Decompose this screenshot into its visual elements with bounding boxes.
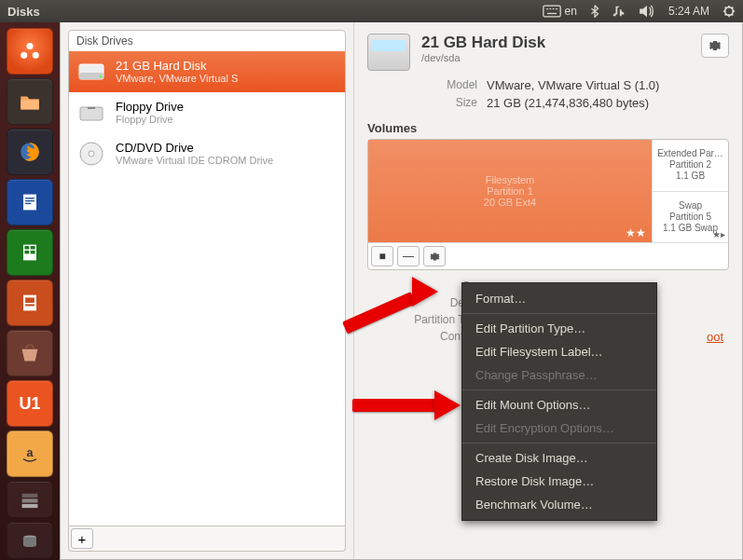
partition-map[interactable]: Filesystem Partition 1 20 GB Ext4 ★★ Ext…	[368, 140, 728, 242]
svg-rect-17	[24, 246, 29, 250]
menu-restore-disk-image[interactable]: Restore Disk Image…	[462, 470, 656, 493]
svg-rect-12	[23, 195, 36, 211]
svg-rect-18	[31, 246, 35, 250]
drives-list: Disk Drives 21 GB Hard Disk VMware, VMwa…	[68, 30, 346, 526]
size-value: 21 GB (21,474,836,480 bytes)	[487, 96, 729, 110]
model-label: Model	[421, 78, 477, 92]
svg-rect-27	[22, 504, 38, 508]
star-icon: ★★	[626, 226, 646, 239]
menu-separator	[462, 443, 656, 444]
top-menubar: Disks en 5:24 AM	[0, 0, 743, 22]
drives-header: Disk Drives	[69, 31, 345, 51]
disk-path: /dev/sda	[421, 52, 545, 63]
svg-rect-19	[24, 251, 29, 254]
unity-launcher: U1 a	[0, 22, 60, 560]
menu-change-passphrase: Change Passphrase…	[462, 363, 656, 387]
files-launcher[interactable]	[7, 78, 53, 125]
menu-benchmark[interactable]: Benchmark Volume…	[462, 493, 656, 516]
drive-title: Floppy Drive	[116, 100, 184, 115]
svg-rect-32	[80, 107, 103, 120]
clock-indicator[interactable]: 5:24 AM	[668, 5, 709, 18]
floppy-icon	[76, 98, 106, 128]
star-icon: ★▸	[712, 229, 725, 240]
svg-rect-0	[543, 6, 560, 17]
remove-button[interactable]: —	[397, 246, 420, 266]
network-indicator[interactable]	[612, 5, 626, 18]
amazon-launcher[interactable]: a	[7, 430, 53, 477]
drive-title: 21 GB Hard Disk	[116, 59, 238, 74]
svg-rect-22	[25, 297, 34, 303]
running-apps-stack[interactable]	[7, 481, 53, 518]
drive-title: CD/DVD Drive	[116, 141, 273, 156]
menu-edit-partition-type[interactable]: Edit Partition Type…	[462, 317, 656, 340]
indicator-tray: en 5:24 AM	[543, 5, 736, 18]
sound-indicator[interactable]	[639, 5, 655, 18]
drive-item-hdd[interactable]: 21 GB Hard Disk VMware, VMware Virtual S	[69, 51, 345, 92]
volume-context-menu: Format… Edit Partition Type… Edit Filesy…	[461, 282, 657, 521]
partition-main[interactable]: Filesystem Partition 1 20 GB Ext4 ★★	[368, 140, 652, 242]
trash-launcher[interactable]	[7, 522, 53, 559]
drive-settings-button[interactable]	[701, 34, 729, 58]
svg-point-31	[100, 75, 103, 78]
svg-point-9	[33, 52, 39, 59]
app-title: Disks	[7, 5, 543, 19]
volume-toolbar: ■ —	[368, 242, 728, 269]
drive-sub: Floppy Drive	[116, 114, 184, 126]
hdd-icon	[76, 57, 106, 87]
partition-extended[interactable]: Extended Par… Partition 2 1.1 GB	[653, 140, 728, 191]
svg-rect-25	[22, 494, 38, 498]
keyboard-indicator[interactable]: en	[543, 5, 577, 18]
session-indicator[interactable]	[722, 5, 736, 18]
svg-point-7	[27, 43, 34, 49]
firefox-launcher[interactable]	[7, 129, 53, 175]
menu-edit-fs-label[interactable]: Edit Filesystem Label…	[462, 340, 656, 363]
disk-icon	[367, 34, 410, 71]
drive-sub: VMware Virtual IDE CDROM Drive	[116, 155, 273, 167]
ubuntu-one-launcher[interactable]: U1	[7, 380, 53, 427]
writer-launcher[interactable]	[7, 179, 53, 225]
menu-edit-encryption: Edit Encryption Options…	[462, 417, 656, 440]
svg-rect-20	[31, 251, 35, 254]
volume-gear-button[interactable]	[423, 246, 446, 266]
add-drive-button[interactable]: +	[71, 528, 93, 549]
partition-swap[interactable]: Swap Partition 5 1.1 GB Swap ★▸	[653, 191, 728, 243]
svg-rect-26	[22, 499, 38, 502]
svg-text:a: a	[26, 446, 34, 459]
svg-rect-10	[21, 101, 39, 110]
drives-toolbar: +	[68, 526, 346, 552]
svg-rect-23	[25, 304, 34, 306]
menu-create-disk-image[interactable]: Create Disk Image…	[462, 446, 656, 470]
volumes-box: Filesystem Partition 1 20 GB Ext4 ★★ Ext…	[367, 139, 729, 270]
menu-format[interactable]: Format…	[462, 287, 656, 310]
svg-point-8	[21, 52, 27, 59]
dash-button[interactable]	[7, 28, 53, 75]
software-center-launcher[interactable]	[7, 330, 53, 376]
menu-separator	[462, 389, 656, 390]
size-label: Size	[421, 96, 477, 110]
svg-point-35	[89, 151, 94, 157]
disk-title: 21 GB Hard Disk	[421, 34, 545, 52]
impress-launcher[interactable]	[7, 280, 53, 326]
drives-pane: Disk Drives 21 GB Hard Disk VMware, VMwa…	[61, 22, 354, 559]
volumes-heading: Volumes	[367, 121, 729, 135]
drive-item-cd[interactable]: CD/DVD Drive VMware Virtual IDE CDROM Dr…	[69, 133, 345, 174]
menu-separator	[462, 313, 656, 314]
svg-rect-33	[88, 107, 95, 109]
menu-edit-mount-options[interactable]: Edit Mount Options…	[462, 393, 656, 417]
cd-icon	[76, 139, 106, 169]
calc-launcher[interactable]	[7, 229, 53, 276]
bluetooth-indicator[interactable]	[590, 5, 599, 18]
drive-item-floppy[interactable]: Floppy Drive Floppy Drive	[69, 92, 345, 133]
model-value: VMware, VMware Virtual S (1.0)	[487, 78, 729, 92]
drive-sub: VMware, VMware Virtual S	[116, 73, 238, 85]
stop-button[interactable]: ■	[371, 246, 393, 266]
mount-point-link[interactable]: oot	[707, 330, 723, 344]
